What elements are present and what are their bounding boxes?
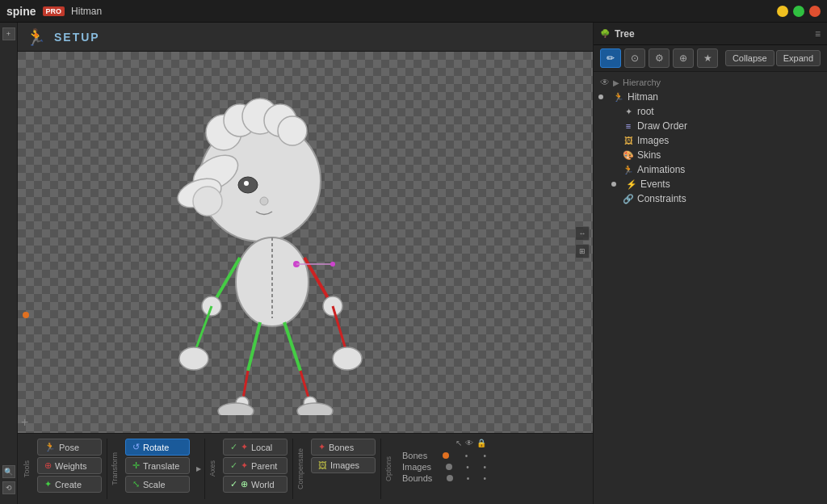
bottom-toolbar: Tools 🏃 Pose ⊕ Weights ✦ Create T — [18, 433, 593, 504]
close-button[interactable] — [809, 6, 821, 17]
tree-panel-title: Tree — [615, 28, 635, 40]
tree-item-hitman[interactable]: 🏃 Hitman — [594, 90, 827, 104]
svg-point-28 — [297, 403, 333, 415]
viewport-topbar: 🏃 SETUP — [18, 23, 593, 52]
tools-section: 🏃 Pose ⊕ Weights ✦ Create — [34, 437, 105, 501]
title-bar: spine PRO Hitman — [0, 0, 827, 23]
images-icon: 🖼 — [318, 460, 327, 470]
bones-options-label: Bones — [402, 451, 427, 460]
pro-badge: PRO — [43, 6, 65, 16]
app-logo: spine — [6, 5, 36, 18]
parent-icon: ✦ — [241, 460, 248, 471]
events-label: Events — [640, 178, 670, 190]
maximize-button[interactable] — [793, 6, 804, 17]
pose-button[interactable]: 🏃 Pose — [37, 439, 102, 456]
expand-button[interactable]: Expand — [776, 50, 821, 66]
minimize-button[interactable] — [777, 6, 788, 17]
scale-button[interactable]: ⤡ Scale — [125, 476, 190, 493]
sidebar-tool-1[interactable]: + — [2, 27, 15, 40]
title-bar-left: spine PRO Hitman — [6, 5, 102, 18]
compensate-section: ✦ Bones 🖼 Images — [308, 437, 379, 501]
images-dot[interactable] — [446, 464, 452, 470]
constraints-icon: 🔗 — [623, 194, 634, 204]
draworder-icon: ≡ — [623, 121, 634, 131]
collapse-button[interactable]: Collapse — [725, 50, 775, 66]
transform-arrow: ▶ — [196, 465, 201, 472]
window-controls — [777, 6, 821, 17]
constraints-label: Constraints — [637, 193, 686, 204]
transform-section-label: Transform — [111, 452, 119, 485]
hierarchy-label: Hierarchy — [623, 78, 661, 87]
main-layout: + 🔍 ⟲ 🏃 SETUP — [0, 23, 827, 504]
sidebar-tool-3[interactable]: ⟲ — [2, 481, 15, 494]
hitman-icon: 🏃 — [613, 92, 624, 103]
rotate-button[interactable]: ↺ Rotate — [125, 439, 190, 456]
bones-icon: ✦ — [318, 442, 325, 452]
viewport-container: 🏃 SETUP — [18, 23, 593, 504]
setup-mode-label: SETUP — [54, 31, 100, 44]
transform-section: ↺ Rotate ✛ Translate ⤡ Scale — [122, 437, 193, 501]
translate-button[interactable]: ✛ Translate — [125, 457, 190, 474]
parent-button[interactable]: ✓ ✦ Parent — [223, 457, 288, 474]
svg-line-25 — [284, 322, 300, 371]
viewport-tool-2[interactable]: ⊞ — [575, 244, 590, 258]
svg-point-10 — [244, 181, 249, 186]
scale-icon: ⤡ — [132, 479, 140, 489]
bones-compensate-button[interactable]: ✦ Bones — [311, 439, 376, 456]
filter-wrench-button[interactable]: ⚙ — [649, 48, 670, 68]
compensate-section-label: Compensate — [296, 448, 304, 489]
world-button[interactable]: ✓ ⊕ World — [223, 476, 288, 493]
character-display — [99, 68, 405, 415]
tree-item-images[interactable]: 🖼 Images — [594, 133, 827, 148]
svg-line-21 — [248, 322, 260, 371]
skins-icon: 🎨 — [623, 150, 634, 161]
images-icon: 🖼 — [623, 136, 634, 145]
tree-container: 👁 ▶ Hierarchy 🏃 Hitman ✦ root ≡ Draw Ord… — [594, 72, 827, 504]
tree-item-constraints[interactable]: 🔗 Constraints — [594, 191, 827, 206]
root-label: root — [637, 106, 654, 117]
tree-panel-header: 🌳 Tree ≡ — [594, 23, 827, 45]
bones-options-row: Bones • • — [402, 451, 486, 460]
bounds-dot[interactable] — [447, 475, 453, 481]
create-button[interactable]: ✦ Create — [37, 476, 102, 493]
filter-edit-button[interactable]: ✏ — [600, 48, 621, 68]
bones-dot[interactable] — [443, 452, 449, 459]
local-button[interactable]: ✓ ✦ Local — [223, 439, 288, 456]
viewport-tool-1[interactable]: ↔ — [575, 226, 590, 241]
local-check: ✓ — [230, 442, 237, 452]
tree-item-events[interactable]: ⚡ Events — [594, 177, 827, 191]
tree-item-draworder[interactable]: ≡ Draw Order — [594, 119, 827, 133]
sidebar-tool-2[interactable]: 🔍 — [2, 465, 15, 478]
options-cursor-icon[interactable]: ↖ — [455, 439, 462, 447]
pose-icon: 🏃 — [44, 442, 56, 452]
translate-icon: ✛ — [132, 460, 140, 471]
collapse-expand-group: Collapse Expand — [725, 50, 821, 66]
filter-circle-button[interactable]: ⊙ — [624, 48, 645, 68]
svg-point-20 — [333, 347, 362, 370]
viewport-tools: ↔ ⊞ — [575, 226, 590, 258]
weights-icon: ⊕ — [44, 460, 52, 471]
weights-button[interactable]: ⊕ Weights — [37, 457, 102, 474]
svg-point-11 — [260, 197, 268, 205]
hierarchy-header: 👁 ▶ Hierarchy — [594, 75, 827, 90]
bounds-options-label: Bounds — [402, 473, 432, 483]
tree-panel-icon: 🌳 — [600, 29, 610, 38]
options-lock-icon[interactable]: 🔒 — [476, 439, 486, 447]
panel-menu-button[interactable]: ≡ — [815, 28, 821, 40]
filter-target-button[interactable]: ⊕ — [673, 48, 694, 68]
tree-item-skins[interactable]: 🎨 Skins — [594, 148, 827, 162]
tree-item-animations[interactable]: 🏃 Animations — [594, 162, 827, 177]
svg-point-18 — [179, 347, 208, 370]
tree-item-root[interactable]: ✦ root — [594, 104, 827, 119]
hitman-label: Hitman — [628, 91, 658, 103]
root-icon: ✦ — [623, 107, 634, 117]
world-icon: ⊕ — [241, 479, 248, 489]
viewport[interactable]: + ↔ ⊞ — [18, 52, 593, 433]
images-compensate-button[interactable]: 🖼 Images — [311, 457, 376, 473]
options-eye-icon[interactable]: 👁 — [465, 439, 473, 447]
filter-star-button[interactable]: ★ — [697, 48, 718, 68]
filter-bar: ✏ ⊙ ⚙ ⊕ ★ Collapse Expand — [594, 45, 827, 72]
images-options-row: Images • • — [402, 462, 486, 472]
add-viewport-btn[interactable]: + — [21, 415, 28, 430]
world-check: ✓ — [230, 479, 237, 489]
